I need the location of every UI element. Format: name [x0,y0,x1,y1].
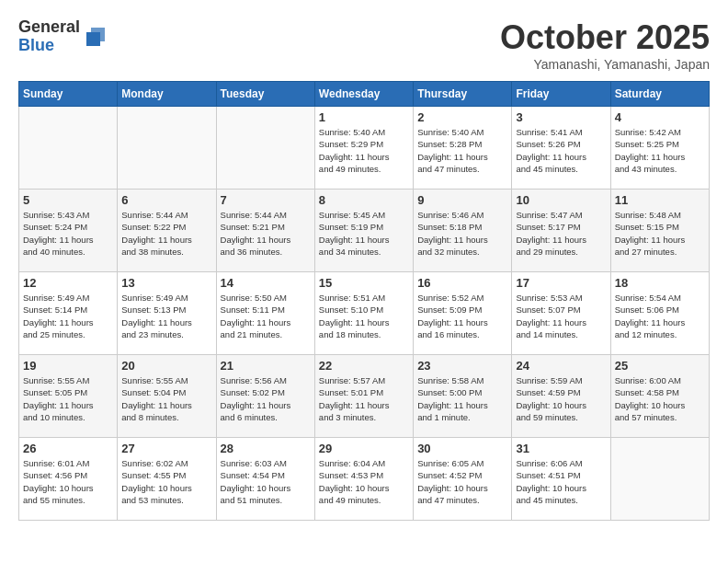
day-info: Sunrise: 5:57 AM Sunset: 5:01 PM Dayligh… [319,374,409,423]
calendar-body: 1Sunrise: 5:40 AM Sunset: 5:29 PM Daylig… [19,107,710,521]
day-info: Sunrise: 5:46 AM Sunset: 5:18 PM Dayligh… [417,209,507,258]
day-number: 7 [221,193,311,207]
calendar-cell: 21Sunrise: 5:56 AM Sunset: 5:02 PM Dayli… [216,355,314,438]
calendar-cell: 19Sunrise: 5:55 AM Sunset: 5:05 PM Dayli… [19,355,118,438]
calendar-cell: 14Sunrise: 5:50 AM Sunset: 5:11 PM Dayli… [216,272,314,355]
calendar-cell: 30Sunrise: 6:05 AM Sunset: 4:52 PM Dayli… [414,438,512,521]
day-number: 23 [417,359,507,373]
day-number: 4 [615,110,705,124]
weekday-header: Thursday [414,82,512,107]
calendar-week-row: 5Sunrise: 5:43 AM Sunset: 5:24 PM Daylig… [19,190,710,272]
day-number: 24 [516,359,606,373]
calendar-cell: 10Sunrise: 5:47 AM Sunset: 5:17 PM Dayli… [512,190,610,272]
day-number: 12 [23,276,113,290]
day-number: 17 [516,276,606,290]
calendar-cell: 26Sunrise: 6:01 AM Sunset: 4:56 PM Dayli… [19,438,118,521]
day-number: 6 [121,193,211,207]
day-number: 10 [516,193,606,207]
svg-marker-1 [86,32,100,46]
weekday-header: Friday [512,82,610,107]
calendar-week-row: 26Sunrise: 6:01 AM Sunset: 4:56 PM Dayli… [19,438,710,521]
logo-general: General [18,18,80,37]
day-number: 31 [516,442,606,455]
day-number: 13 [121,276,211,290]
day-info: Sunrise: 5:49 AM Sunset: 5:13 PM Dayligh… [121,292,211,340]
day-info: Sunrise: 5:51 AM Sunset: 5:10 PM Dayligh… [319,292,409,340]
day-info: Sunrise: 5:50 AM Sunset: 5:11 PM Dayligh… [221,292,311,340]
day-number: 25 [615,359,705,373]
calendar-cell: 6Sunrise: 5:44 AM Sunset: 5:22 PM Daylig… [118,190,216,272]
day-info: Sunrise: 5:42 AM Sunset: 5:25 PM Dayligh… [615,126,705,175]
calendar-week-row: 12Sunrise: 5:49 AM Sunset: 5:14 PM Dayli… [19,272,710,355]
calendar-week-row: 19Sunrise: 5:55 AM Sunset: 5:05 PM Dayli… [19,355,710,438]
day-info: Sunrise: 6:05 AM Sunset: 4:52 PM Dayligh… [417,457,507,506]
day-info: Sunrise: 5:43 AM Sunset: 5:24 PM Dayligh… [23,209,113,258]
day-number: 3 [516,110,606,124]
calendar-cell: 27Sunrise: 6:02 AM Sunset: 4:55 PM Dayli… [118,438,216,521]
calendar-cell: 24Sunrise: 5:59 AM Sunset: 4:59 PM Dayli… [512,355,610,438]
day-info: Sunrise: 5:54 AM Sunset: 5:06 PM Dayligh… [615,292,705,340]
day-number: 15 [319,276,409,290]
day-number: 19 [23,359,113,373]
day-info: Sunrise: 6:01 AM Sunset: 4:56 PM Dayligh… [23,457,113,506]
day-info: Sunrise: 5:55 AM Sunset: 5:05 PM Dayligh… [23,374,113,423]
day-info: Sunrise: 5:48 AM Sunset: 5:15 PM Dayligh… [615,209,705,258]
weekday-header: Wednesday [314,82,413,107]
calendar-cell: 2Sunrise: 5:40 AM Sunset: 5:28 PM Daylig… [414,107,512,190]
day-number: 1 [319,110,409,124]
day-info: Sunrise: 6:02 AM Sunset: 4:55 PM Dayligh… [121,457,211,506]
day-number: 26 [23,442,113,455]
location: Yamanashi, Yamanashi, Japan [500,57,710,72]
day-info: Sunrise: 5:59 AM Sunset: 4:59 PM Dayligh… [516,374,606,423]
day-info: Sunrise: 5:44 AM Sunset: 5:22 PM Dayligh… [121,209,211,258]
calendar-cell: 29Sunrise: 6:04 AM Sunset: 4:53 PM Dayli… [314,438,413,521]
day-info: Sunrise: 5:49 AM Sunset: 5:14 PM Dayligh… [23,292,113,340]
calendar-cell: 15Sunrise: 5:51 AM Sunset: 5:10 PM Dayli… [314,272,413,355]
day-number: 27 [121,442,211,455]
weekday-header: Sunday [19,82,118,107]
weekday-header: Tuesday [216,82,314,107]
calendar-cell: 5Sunrise: 5:43 AM Sunset: 5:24 PM Daylig… [19,190,118,272]
calendar-cell: 16Sunrise: 5:52 AM Sunset: 5:09 PM Dayli… [414,272,512,355]
calendar-cell: 20Sunrise: 5:55 AM Sunset: 5:04 PM Dayli… [118,355,216,438]
calendar-cell: 9Sunrise: 5:46 AM Sunset: 5:18 PM Daylig… [414,190,512,272]
calendar-cell: 11Sunrise: 5:48 AM Sunset: 5:15 PM Dayli… [610,190,709,272]
calendar-cell [19,107,118,190]
day-number: 2 [417,110,507,124]
logo-blue: Blue [18,37,80,55]
day-info: Sunrise: 5:53 AM Sunset: 5:07 PM Dayligh… [516,292,606,340]
day-number: 21 [221,359,311,373]
day-number: 18 [615,276,705,290]
calendar-cell: 3Sunrise: 5:41 AM Sunset: 5:26 PM Daylig… [512,107,610,190]
logo-icon [82,23,109,51]
day-info: Sunrise: 5:55 AM Sunset: 5:04 PM Dayligh… [121,374,211,423]
day-info: Sunrise: 5:40 AM Sunset: 5:28 PM Dayligh… [417,126,507,175]
day-number: 9 [417,193,507,207]
calendar-cell [610,438,709,521]
day-info: Sunrise: 5:47 AM Sunset: 5:17 PM Dayligh… [516,209,606,258]
calendar-cell: 7Sunrise: 5:44 AM Sunset: 5:21 PM Daylig… [216,190,314,272]
logo: General Blue [18,18,109,55]
day-info: Sunrise: 5:56 AM Sunset: 5:02 PM Dayligh… [221,374,311,423]
day-number: 28 [221,442,311,455]
calendar-cell: 25Sunrise: 6:00 AM Sunset: 4:58 PM Dayli… [610,355,709,438]
day-number: 14 [221,276,311,290]
day-info: Sunrise: 5:41 AM Sunset: 5:26 PM Dayligh… [516,126,606,175]
day-info: Sunrise: 5:52 AM Sunset: 5:09 PM Dayligh… [417,292,507,340]
calendar-week-row: 1Sunrise: 5:40 AM Sunset: 5:29 PM Daylig… [19,107,710,190]
calendar-cell: 23Sunrise: 5:58 AM Sunset: 5:00 PM Dayli… [414,355,512,438]
calendar-cell: 8Sunrise: 5:45 AM Sunset: 5:19 PM Daylig… [314,190,413,272]
calendar-cell: 28Sunrise: 6:03 AM Sunset: 4:54 PM Dayli… [216,438,314,521]
day-number: 29 [319,442,409,455]
day-info: Sunrise: 6:03 AM Sunset: 4:54 PM Dayligh… [221,457,311,506]
day-number: 8 [319,193,409,207]
day-info: Sunrise: 5:44 AM Sunset: 5:21 PM Dayligh… [221,209,311,258]
calendar-cell: 31Sunrise: 6:06 AM Sunset: 4:51 PM Dayli… [512,438,610,521]
calendar-table: SundayMondayTuesdayWednesdayThursdayFrid… [18,81,710,521]
day-number: 30 [417,442,507,455]
day-number: 16 [417,276,507,290]
day-number: 5 [23,193,113,207]
page-header: General Blue October 2025 Yamanashi, Yam… [18,18,710,72]
calendar-cell [118,107,216,190]
calendar-cell: 18Sunrise: 5:54 AM Sunset: 5:06 PM Dayli… [610,272,709,355]
